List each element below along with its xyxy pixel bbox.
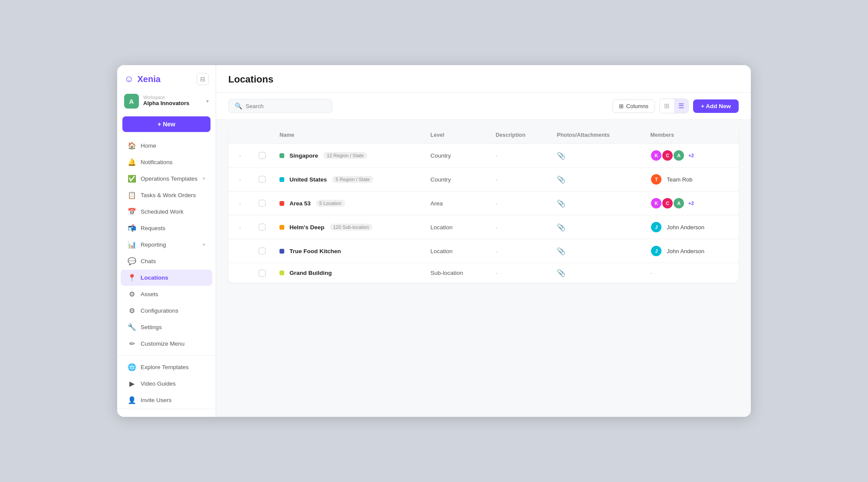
attachment-icon[interactable]: 📎	[557, 269, 566, 277]
sidebar-item-label: Operations Templates	[141, 175, 198, 182]
row-description-cell: -	[489, 144, 550, 168]
members-more-count: +2	[688, 201, 694, 206]
sidebar-item-configurations[interactable]: ⚙ Configurations	[121, 303, 212, 319]
row-checkbox[interactable]	[259, 200, 266, 207]
sidebar: ☺ Xenia ⊟ A Workspace Alpha Innovators ▾…	[117, 65, 216, 417]
location-color-dot	[279, 201, 284, 206]
location-name[interactable]: United States	[289, 176, 327, 183]
row-attachments-cell: 📎	[550, 215, 643, 239]
sidebar-item-home[interactable]: 🏠 Home	[121, 138, 212, 154]
row-checkbox-cell	[252, 191, 273, 215]
row-expand-cell: ›	[228, 144, 252, 168]
notifications-icon: 🔔	[128, 158, 136, 166]
workspace-name: Alpha Innovators	[143, 100, 202, 107]
sidebar-item-assets[interactable]: ⚙ Assets	[121, 286, 212, 302]
table-row: › Area 53 5 Location Area-📎KCA+2	[228, 191, 739, 215]
row-name-cell: United States 5 Region / State	[273, 168, 424, 191]
sidebar-item-invite-users[interactable]: 👤 Invite Users	[121, 392, 212, 408]
th-level: Level	[424, 127, 489, 144]
sidebar-item-video-guides[interactable]: ▶ Video Guides	[121, 376, 212, 392]
video-icon: ▶	[128, 380, 136, 388]
row-members-cell: JJohn Anderson	[643, 215, 739, 239]
sidebar-item-tasks-work-orders[interactable]: 📋 Tasks & Work Orders	[121, 187, 212, 203]
th-checkbox	[252, 127, 273, 144]
sidebar-item-requests[interactable]: 📬 Requests	[121, 220, 212, 236]
search-input[interactable]	[246, 103, 326, 109]
row-expand-cell	[228, 263, 252, 283]
description-value: -	[496, 152, 498, 159]
name-cell: United States 5 Region / State	[279, 176, 417, 183]
sidebar-item-label: Explore Templates	[141, 364, 205, 370]
row-checkbox-cell	[252, 168, 273, 191]
columns-button[interactable]: ⊞ Columns	[612, 99, 655, 113]
customize-icon: ✏	[128, 340, 136, 348]
level-value: Country	[431, 152, 451, 159]
user-profile-row[interactable]: J John Anderson Admin ···	[117, 413, 216, 417]
attachment-icon[interactable]: 📎	[557, 200, 566, 207]
row-checkbox[interactable]	[259, 176, 266, 183]
row-name-cell: Singapore 12 Region / State	[273, 144, 424, 168]
sidebar-item-notifications[interactable]: 🔔 Notifications	[121, 154, 212, 170]
row-checkbox-cell	[252, 215, 273, 239]
member-avatar: K	[650, 197, 662, 209]
name-cell: Singapore 12 Region / State	[279, 152, 417, 159]
location-name[interactable]: Grand Building	[289, 270, 332, 276]
sidebar-item-reporting[interactable]: 📊 Reporting ▾	[121, 237, 212, 253]
row-expand-cell: ›	[228, 191, 252, 215]
scheduled-icon: 📅	[128, 208, 136, 216]
sidebar-item-settings[interactable]: 🔧 Settings	[121, 319, 212, 335]
list-view-button[interactable]: ☰	[674, 99, 688, 113]
members-cell: JJohn Anderson	[650, 245, 732, 257]
workspace-label: Workspace	[143, 96, 202, 100]
th-photos: Photos/Attachments	[550, 127, 643, 144]
new-button[interactable]: + New	[122, 116, 210, 132]
member-avatar: A	[673, 197, 685, 209]
row-expand-cell: ›	[228, 168, 252, 191]
sidebar-item-chats[interactable]: 💬 Chats	[121, 253, 212, 269]
workspace-info: Workspace Alpha Innovators	[143, 96, 202, 107]
members-cell: JJohn Anderson	[650, 221, 732, 233]
row-level-cell: Location	[424, 239, 489, 263]
members-cell: TTeam Rob	[650, 173, 732, 185]
row-checkbox[interactable]	[259, 152, 266, 159]
grid-view-button[interactable]: ⊞	[660, 99, 674, 113]
add-new-button[interactable]: + Add New	[693, 99, 739, 113]
sidebar-collapse-button[interactable]: ⊟	[197, 73, 209, 85]
sidebar-item-label: Tasks & Work Orders	[141, 192, 205, 198]
attachment-icon[interactable]: 📎	[557, 176, 566, 183]
row-members-cell: JJohn Anderson	[643, 239, 739, 263]
row-level-cell: Country	[424, 144, 489, 168]
location-name[interactable]: True Food Kitchen	[289, 248, 341, 254]
member-avatar: C	[661, 197, 674, 209]
attachment-icon[interactable]: 📎	[557, 248, 566, 255]
sidebar-item-operations-templates[interactable]: ✅ Operations Templates ▾	[121, 171, 212, 187]
name-cell: Helm's Deep 120 Sub-location	[279, 224, 417, 231]
expand-button[interactable]: ›	[235, 151, 245, 160]
location-name[interactable]: Area 53	[289, 200, 311, 207]
row-checkbox[interactable]	[259, 224, 266, 231]
members-cell: KCA+2	[650, 197, 732, 209]
sidebar-item-scheduled-work[interactable]: 📅 Scheduled Work	[121, 204, 212, 220]
expand-button[interactable]: ›	[235, 175, 245, 184]
expand-button[interactable]: ›	[235, 198, 245, 208]
location-name[interactable]: Helm's Deep	[289, 224, 325, 231]
reporting-icon: 📊	[128, 241, 136, 249]
member-avatar: K	[650, 149, 662, 162]
level-value: Country	[431, 176, 451, 183]
sidebar-item-locations[interactable]: 📍 Locations	[121, 270, 212, 286]
row-checkbox[interactable]	[259, 248, 266, 254]
sidebar-item-customize-menu[interactable]: ✏ Customize Menu	[121, 336, 212, 352]
row-checkbox[interactable]	[259, 270, 266, 277]
workspace-selector[interactable]: A Workspace Alpha Innovators ▾	[117, 89, 216, 115]
attachment-icon[interactable]: 📎	[557, 224, 566, 231]
sidebar-item-explore-templates[interactable]: 🌐 Explore Templates	[121, 359, 212, 375]
settings-icon: 🔧	[128, 323, 136, 331]
table-row: True Food Kitchen Location-📎JJohn Anders…	[228, 239, 739, 263]
home-icon: 🏠	[128, 142, 136, 150]
expand-button[interactable]: ›	[235, 222, 245, 232]
location-name[interactable]: Singapore	[289, 152, 318, 159]
description-value: -	[496, 200, 498, 207]
attachment-icon[interactable]: 📎	[557, 152, 566, 159]
location-badge: 12 Region / State	[323, 152, 367, 159]
row-members-cell: KCA+2	[643, 144, 739, 168]
